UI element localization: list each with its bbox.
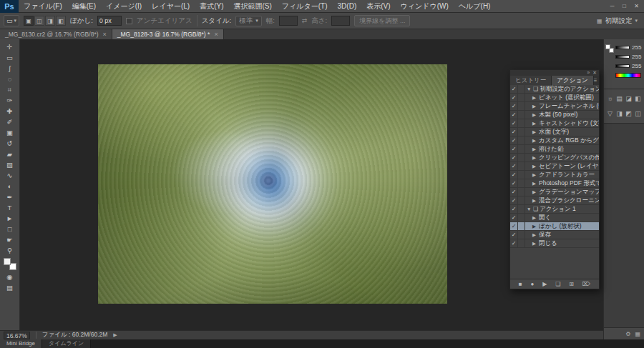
zoom-level-field[interactable]: 16.67% (4, 332, 30, 339)
chevron-down-icon[interactable]: ▼ (527, 86, 532, 91)
include-checkbox[interactable]: ✓ (510, 222, 518, 231)
color-swatches[interactable] (605, 44, 614, 53)
menu-item-file[interactable]: ファイル(F) (19, 0, 67, 12)
chevron-right-icon[interactable]: ▶ (532, 215, 537, 221)
chevron-right-icon[interactable]: ▶ (532, 146, 537, 152)
color-spectrum-ramp[interactable] (615, 73, 641, 78)
chevron-right-icon[interactable]: ▶ (532, 121, 537, 126)
curves-icon[interactable]: ◪ (625, 95, 632, 102)
eraser-tool[interactable]: ▰ (1, 149, 19, 159)
delete-icon[interactable]: ⌦ (582, 281, 590, 287)
status-options-arrow[interactable]: ▶ (113, 332, 117, 338)
grid-icon[interactable]: ▦ (635, 331, 640, 337)
refine-edge-button[interactable]: 境界線を調整 ... (354, 15, 410, 26)
include-checkbox[interactable]: ✓ (510, 171, 518, 179)
menu-item-image[interactable]: イメージ(I) (101, 0, 147, 12)
height-input[interactable] (331, 16, 350, 26)
tab-timeline[interactable]: タイムライン (42, 339, 91, 348)
menu-item-edit[interactable]: 編集(E) (67, 0, 101, 12)
eyedropper-tool[interactable]: ✑ (1, 95, 19, 106)
tab-mini-bridge[interactable]: Mini Bridge (0, 339, 42, 348)
document-tab-active[interactable]: _MG_8128-3 @ 16.7% (RGB/8*) * × (112, 29, 224, 39)
action-row[interactable]: ✓ ▶Photoshop PDF 形式で... (510, 179, 599, 188)
document-image[interactable] (98, 64, 447, 304)
include-checkbox[interactable]: ✓ (510, 85, 518, 94)
include-checkbox[interactable]: ✓ (510, 111, 518, 119)
action-row[interactable]: ✓ ▶溶けた鉛 (510, 145, 599, 154)
include-checkbox[interactable]: ✓ (510, 119, 518, 128)
include-checkbox[interactable]: ✓ (510, 214, 518, 222)
dialog-toggle[interactable] (518, 85, 525, 93)
action-row[interactable]: ✓ ▶グラデーションマップ (510, 188, 599, 197)
gear-icon[interactable]: ⚙ (625, 331, 630, 337)
include-checkbox[interactable]: ✓ (510, 136, 518, 145)
action-row[interactable]: ✓ ▶カスタム RGB からグレース... (510, 136, 599, 145)
menu-item-3d[interactable]: 3D(D) (333, 0, 362, 12)
dialog-toggle[interactable] (518, 214, 525, 222)
menu-item-layer[interactable]: レイヤー(L) (147, 0, 195, 12)
menu-item-window[interactable]: ウィンドウ(W) (396, 0, 454, 12)
dialog-toggle[interactable] (518, 222, 525, 230)
dialog-toggle[interactable] (518, 94, 525, 101)
menu-item-help[interactable]: ヘルプ(H) (454, 0, 496, 12)
dialog-toggle[interactable] (518, 154, 525, 161)
brush-tool[interactable]: ✐ (1, 116, 19, 127)
include-checkbox[interactable]: ✓ (510, 205, 518, 214)
chevron-down-icon[interactable]: ▼ (527, 207, 532, 212)
action-row[interactable]: ✓ ▶保存 (510, 231, 599, 239)
action-set-row[interactable]: ✓ ▼❏アクション 1 (510, 205, 599, 214)
collapse-panel-icon[interactable]: » (587, 70, 590, 76)
include-checkbox[interactable]: ✓ (510, 188, 518, 197)
healing-brush-tool[interactable]: ✚ (1, 106, 19, 116)
action-row[interactable]: ✓ ▶開く (510, 214, 599, 222)
color-balance-icon[interactable]: ◩ (625, 110, 632, 117)
workspace-switcher[interactable]: ▦ 初期設定 ▾ (597, 16, 640, 26)
include-checkbox[interactable]: ✓ (510, 239, 518, 248)
menu-item-select[interactable]: 選択範囲(S) (229, 0, 277, 12)
chevron-right-icon[interactable]: ▶ (532, 129, 537, 135)
dialog-toggle[interactable] (518, 231, 525, 239)
marquee-tool[interactable]: ▭ (1, 52, 19, 63)
hue-saturation-icon[interactable]: ◨ (616, 110, 623, 117)
include-checkbox[interactable]: ✓ (510, 197, 518, 205)
new-folder-icon[interactable]: ❏ (555, 281, 560, 287)
minimize-button[interactable]: ─ (606, 0, 618, 13)
foreground-color-swatch[interactable] (4, 258, 11, 265)
chevron-right-icon[interactable]: ▶ (532, 138, 537, 144)
dialog-toggle[interactable] (518, 179, 525, 187)
dialog-toggle[interactable] (518, 119, 525, 127)
lasso-tool[interactable]: ʃ (1, 63, 19, 74)
dialog-toggle[interactable] (518, 197, 525, 204)
chevron-right-icon[interactable]: ▶ (532, 95, 537, 101)
action-row[interactable]: ✓ ▶混合ブラシクローニングペ... (510, 197, 599, 205)
menu-item-type[interactable]: 書式(Y) (195, 0, 228, 12)
action-row[interactable]: ✓ ▶閉じる (510, 239, 599, 248)
blue-slider[interactable] (615, 64, 630, 68)
dialog-toggle[interactable] (518, 205, 525, 213)
pen-tool[interactable]: ✒ (1, 192, 19, 202)
chevron-right-icon[interactable]: ▶ (532, 224, 537, 229)
menu-item-filter[interactable]: フィルター(T) (277, 0, 333, 12)
subtract-selection-icon[interactable]: ◨ (45, 16, 55, 26)
chevron-right-icon[interactable]: ▶ (532, 181, 537, 187)
stop-icon[interactable]: ■ (519, 281, 522, 287)
include-checkbox[interactable]: ✓ (510, 179, 518, 188)
chevron-right-icon[interactable]: ▶ (532, 241, 537, 247)
close-button[interactable]: ✕ (630, 0, 643, 13)
include-checkbox[interactable]: ✓ (510, 94, 518, 102)
action-row[interactable]: ✓ ▶クアドラントカラー (510, 171, 599, 179)
dialog-toggle[interactable] (518, 171, 525, 179)
include-checkbox[interactable]: ✓ (510, 128, 518, 136)
chevron-right-icon[interactable]: ▶ (532, 232, 537, 238)
dialog-toggle[interactable] (518, 162, 525, 170)
screen-mode-button[interactable]: ▤ (1, 282, 19, 293)
action-set-row[interactable]: ✓ ▼❏初期設定のアクション (510, 85, 599, 94)
document-tab[interactable]: _MG_8130.cr2 @ 16.7% (RGB/8*) × (0, 29, 112, 39)
foreground-color-swatch[interactable] (605, 44, 610, 49)
quick-mask-button[interactable]: ◉ (1, 272, 19, 282)
gradient-tool[interactable]: ▨ (1, 159, 19, 170)
maximize-button[interactable]: □ (618, 0, 630, 13)
levels-icon[interactable]: ▤ (616, 95, 623, 102)
tab-history[interactable]: ヒストリー (510, 76, 552, 85)
menu-item-view[interactable]: 表示(V) (361, 0, 395, 12)
